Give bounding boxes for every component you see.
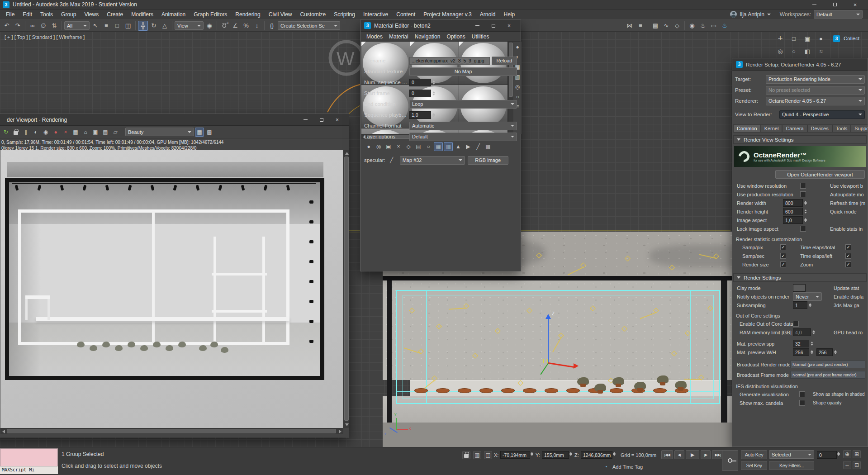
y-spinner[interactable] bbox=[569, 452, 572, 456]
selection-filter-dropdown[interactable]: All bbox=[64, 21, 90, 30]
reload-button[interactable]: Reload bbox=[492, 57, 517, 65]
set-keys-button[interactable] bbox=[722, 450, 738, 471]
eyedropper-icon[interactable]: ╱ bbox=[387, 156, 396, 165]
me-menu-options[interactable]: Options bbox=[444, 33, 467, 41]
named-selection-sets-icon[interactable]: {} bbox=[267, 21, 277, 31]
render-window-maximize-button[interactable] bbox=[313, 114, 329, 125]
select-and-rotate-icon[interactable]: ↻ bbox=[149, 21, 159, 31]
pan-icon[interactable]: ⇔ bbox=[843, 461, 851, 469]
octane-waves-icon[interactable]: ≈ bbox=[816, 46, 826, 56]
broadcast-frame-field[interactable]: Normal (pre and post frame render) bbox=[790, 371, 865, 379]
octane-grid-icon[interactable]: ▣ bbox=[802, 33, 812, 43]
y-coordinate-field[interactable]: 155,0mm bbox=[542, 451, 569, 459]
mirror-icon[interactable]: ⋈ bbox=[625, 21, 635, 31]
print-image-icon[interactable]: ▤ bbox=[101, 128, 110, 137]
previous-frame-button[interactable]: ◀| bbox=[674, 450, 684, 459]
material-editor-minimize-button[interactable] bbox=[470, 20, 485, 31]
z-spinner[interactable] bbox=[613, 452, 616, 456]
pause-render-icon[interactable]: ∥ bbox=[21, 128, 30, 137]
tab-kernel[interactable]: Kernel bbox=[761, 124, 783, 133]
ram-limit-spinner[interactable] bbox=[812, 330, 815, 334]
zoom-icon[interactable]: ⊕ bbox=[843, 450, 851, 458]
window-crossing-icon[interactable]: ◫ bbox=[123, 21, 133, 31]
layer-options-dropdown[interactable]: Default bbox=[409, 133, 517, 141]
render-setup-icon[interactable]: ♨ bbox=[698, 21, 708, 31]
preset-dropdown[interactable]: No preset selected bbox=[766, 86, 865, 95]
schematic-view-icon[interactable]: ◇ bbox=[672, 21, 682, 31]
maximize-button[interactable] bbox=[825, 0, 845, 9]
render-size-checkbox[interactable] bbox=[780, 261, 786, 267]
use-window-resolution-checkbox[interactable] bbox=[800, 183, 806, 189]
collect-button[interactable]: Collect bbox=[844, 36, 859, 41]
menu-edit[interactable]: Edit bbox=[19, 10, 36, 19]
sequence-playback-spinner[interactable] bbox=[432, 113, 435, 117]
menu-views[interactable]: Views bbox=[80, 10, 103, 19]
viewport-label[interactable]: [ + ] [ Top ] [ Standard ] [ Wireframe ] bbox=[5, 34, 85, 40]
me-menu-modes[interactable]: Modes bbox=[364, 33, 385, 41]
render-height-field[interactable]: 600 bbox=[783, 208, 803, 215]
z-coordinate-field[interactable]: 1246,836mm bbox=[581, 451, 612, 459]
select-and-scale-icon[interactable]: △ bbox=[160, 21, 170, 31]
reset-view-icon[interactable]: ⌂ bbox=[81, 128, 90, 137]
menu-modifiers[interactable]: Modifiers bbox=[127, 10, 157, 19]
key-filters-button[interactable]: Key Filters... bbox=[769, 461, 814, 470]
rendered-frame-icon[interactable]: ▭ bbox=[709, 21, 719, 31]
select-and-move-icon[interactable]: ╬ bbox=[138, 21, 148, 31]
target-dropdown[interactable]: Production Rendering Mode bbox=[766, 75, 865, 84]
play-button[interactable]: ▶ bbox=[686, 450, 699, 459]
offset-mode-icon[interactable]: ◫ bbox=[484, 451, 492, 459]
user-caret-icon[interactable] bbox=[767, 14, 771, 15]
menu-tools[interactable]: Tools bbox=[36, 10, 57, 19]
num-sequence-field[interactable]: 0 bbox=[409, 79, 431, 86]
layer-manager-icon[interactable]: ▤ bbox=[650, 21, 660, 31]
add-time-tag[interactable]: Add Time Tag bbox=[612, 464, 643, 470]
render-width-field[interactable]: 800 bbox=[783, 199, 803, 207]
rgb-image-button[interactable]: RGB image bbox=[468, 156, 508, 165]
num-sequence-spinner[interactable] bbox=[432, 81, 435, 85]
show-max-candela-checkbox[interactable] bbox=[799, 400, 805, 406]
undo-icon[interactable]: ↶ bbox=[2, 21, 12, 31]
filename-field[interactable]: ...eken\cmppmax_v2_3_5_3_g.jpg bbox=[409, 57, 490, 65]
material-id-icon[interactable]: ○ bbox=[424, 142, 433, 151]
select-object-icon[interactable]: ↖ bbox=[90, 21, 100, 31]
unlink-icon[interactable]: ∅ bbox=[38, 21, 48, 31]
render-view-settings-rollout[interactable]: Render View Settings bbox=[733, 135, 867, 144]
selected-mode-dropdown[interactable]: Selected bbox=[769, 450, 814, 459]
render-width-spinner[interactable] bbox=[804, 201, 807, 205]
align-icon[interactable]: ≡ bbox=[636, 21, 645, 31]
octane-region-icon[interactable]: □ bbox=[789, 33, 799, 43]
mat-preview-spp-spinner[interactable] bbox=[811, 342, 813, 346]
focus-picker-icon[interactable]: ◉ bbox=[41, 128, 50, 137]
render-window-titlebar[interactable]: der Viewport - Rendering × bbox=[0, 114, 349, 126]
render-production-icon[interactable]: ♨ bbox=[720, 21, 730, 31]
mat-preview-w-spinner[interactable] bbox=[811, 350, 813, 354]
go-to-sibling-icon[interactable]: ▶ bbox=[464, 142, 473, 151]
menu-create[interactable]: Create bbox=[103, 10, 127, 19]
menu-interactive[interactable]: Interactive bbox=[359, 10, 392, 19]
open-octane-viewport-button[interactable]: Open OctaneRender viewport bbox=[775, 170, 865, 179]
put-to-library-icon[interactable]: ▤ bbox=[414, 142, 423, 151]
me-menu-navigation[interactable]: Navigation bbox=[413, 33, 443, 41]
save-image-icon[interactable]: ▣ bbox=[91, 128, 100, 137]
mat-preview-h-field[interactable]: 256 bbox=[816, 348, 833, 356]
clay-mode-field[interactable] bbox=[793, 284, 806, 292]
render-pass-dropdown[interactable]: Beauty bbox=[125, 128, 194, 136]
menu-rendering[interactable]: Rendering bbox=[231, 10, 264, 19]
material-editor-titlebar[interactable]: 3 Material Editor - beton2 × bbox=[360, 20, 521, 32]
render-checker-icon[interactable]: ▩ bbox=[205, 128, 214, 137]
lock-image-aspect-checkbox[interactable] bbox=[800, 226, 806, 232]
use-production-resolution-checkbox[interactable] bbox=[800, 191, 806, 197]
tab-tools[interactable]: Tools bbox=[832, 124, 851, 133]
angle-snap-icon[interactable]: ∠ bbox=[230, 21, 240, 31]
user-name[interactable]: Ilja Antipin bbox=[740, 11, 764, 18]
menu-customize[interactable]: Customize bbox=[296, 10, 330, 19]
make-unique-icon[interactable]: ◇ bbox=[404, 142, 413, 151]
curve-editor-icon[interactable]: ∿ bbox=[661, 21, 671, 31]
menu-civil-view[interactable]: Civil View bbox=[265, 10, 296, 19]
menu-file[interactable]: File bbox=[2, 10, 19, 19]
samp-sec-checkbox[interactable] bbox=[780, 253, 786, 259]
reference-coordinate-dropdown[interactable]: View bbox=[175, 21, 204, 30]
subsampling-field[interactable]: 1 bbox=[793, 301, 807, 309]
grid-overlay-icon[interactable]: ▦ bbox=[71, 128, 80, 137]
tab-support[interactable]: Support bbox=[851, 124, 868, 133]
